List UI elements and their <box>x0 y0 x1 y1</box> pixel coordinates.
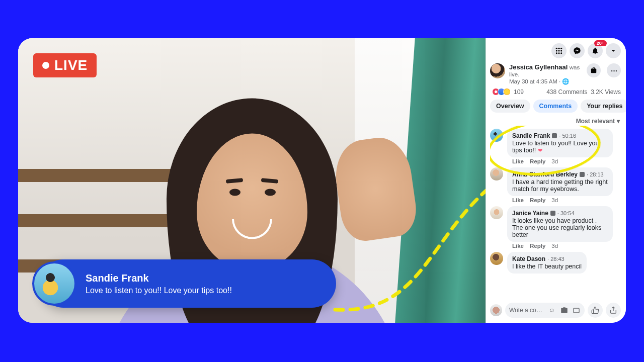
comment-reply[interactable]: Reply <box>530 158 545 164</box>
account-menu-icon[interactable] <box>606 43 621 58</box>
tab-overview[interactable]: Overview <box>490 100 530 113</box>
comment-age: 3d <box>551 197 558 203</box>
svg-point-1 <box>558 48 559 49</box>
author-avatar[interactable] <box>490 63 505 78</box>
post-stats: 109 438 Comments 3.2K Views <box>490 88 621 96</box>
reaction-count: 109 <box>514 88 524 96</box>
comment-item: Sandie Frank · 50:16 Love to listen to y… <box>490 129 621 164</box>
overlay-comment-text: Love to listen to you!! Love your tips t… <box>86 286 232 295</box>
comment-count[interactable]: 438 Comments <box>546 88 587 96</box>
heart-icon: ❤ <box>538 147 542 153</box>
tag-product-button[interactable] <box>587 63 601 77</box>
notifications-icon[interactable]: 20+ <box>588 43 603 58</box>
comment-item: Janice Yaine · 30:54 It looks like you h… <box>490 206 621 249</box>
comment-bubble[interactable]: Sandie Frank · 50:16 Love to listen to y… <box>507 129 613 157</box>
svg-point-0 <box>556 48 557 49</box>
comment-composer: Write a co… ☺ <box>490 299 621 318</box>
gif-icon[interactable] <box>572 306 581 315</box>
post-author: Jessica Gyllenhaal was live. May 30 at 4… <box>490 63 621 85</box>
comment-age: 3d <box>551 243 558 249</box>
tab-comments[interactable]: Comments <box>533 100 578 113</box>
svg-rect-9 <box>573 308 579 313</box>
sort-label: Most relevant <box>576 118 615 125</box>
video-timestamp: 30:54 <box>560 210 575 216</box>
comment-reply[interactable]: Reply <box>530 197 545 203</box>
commenter-name: Anna-Stanford Berkley <box>512 171 578 178</box>
emoji-icon[interactable]: ☺ <box>547 306 556 315</box>
comment-bubble[interactable]: Kate Dason · 28:43 I like the IT beauty … <box>507 252 587 274</box>
comment-bubble[interactable]: Anna-Stanford Berkley · 28:13 I have a h… <box>507 167 613 196</box>
comment-reply[interactable]: Reply <box>530 243 545 249</box>
tab-your-replies[interactable]: Your replies <box>581 100 626 113</box>
chevron-down-icon: ▾ <box>617 118 620 125</box>
svg-point-6 <box>556 52 557 54</box>
svg-point-5 <box>560 50 562 51</box>
video-timestamp: 28:43 <box>550 256 565 262</box>
reactions[interactable]: 109 <box>490 88 524 96</box>
post-more-button[interactable]: ⋯ <box>607 63 621 77</box>
sidebar: 20+ Jessica Gyllenhaal was live. May 30 … <box>486 38 626 323</box>
comment-input[interactable]: Write a co… ☺ <box>505 303 585 318</box>
commenter-avatar[interactable] <box>490 252 503 265</box>
comment-like[interactable]: Like <box>512 197 524 203</box>
commenter-avatar[interactable] <box>490 206 503 219</box>
notif-badge: 20+ <box>594 40 607 46</box>
topbar-icons: 20+ <box>490 43 621 58</box>
svg-point-3 <box>556 50 557 51</box>
comment-text: Love to listen to you!! Love your tips t… <box>512 140 601 154</box>
like-button[interactable] <box>588 303 603 318</box>
tabs: Overview Comments Your replies › <box>490 100 621 113</box>
comment-sort[interactable]: Most relevant ▾ <box>491 118 620 125</box>
author-name[interactable]: Jessica Gyllenhaal <box>509 63 568 71</box>
comment-text: I like the IT beauty pencil <box>512 263 582 270</box>
presenter-figure <box>197 134 307 269</box>
globe-icon: 🌐 <box>562 78 569 84</box>
live-video[interactable]: LIVE Sandie Frank Love to listen to you!… <box>18 38 486 323</box>
comment-age: 3d <box>551 158 558 164</box>
svg-point-7 <box>558 52 559 54</box>
comment-like[interactable]: Like <box>512 158 524 164</box>
live-dot-icon <box>42 62 49 69</box>
post-timestamp: May 30 at 4:35 AM <box>509 78 557 84</box>
commenter-avatar[interactable] <box>490 129 503 142</box>
commenter-name: Janice Yaine <box>512 210 548 217</box>
comment-text: I have a hard time getting the right mat… <box>512 178 608 193</box>
live-badge: LIVE <box>33 53 97 77</box>
overlay-commenter-name: Sandie Frank <box>86 273 232 284</box>
commenter-name: Kate Dason <box>512 255 545 262</box>
live-badge-text: LIVE <box>54 57 88 73</box>
camera-icon[interactable] <box>559 306 569 315</box>
overlay-comment: Sandie Frank Love to listen to you!! Lov… <box>39 259 336 308</box>
video-timestamp: 28:13 <box>590 171 604 177</box>
messenger-icon[interactable] <box>570 43 585 58</box>
commenter-name: Sandie Frank <box>512 132 550 139</box>
haha-reaction-icon <box>503 88 511 96</box>
comment-item: Kate Dason · 28:43 I like the IT beauty … <box>490 252 621 274</box>
comment-bubble[interactable]: Janice Yaine · 30:54 It looks like you h… <box>507 206 613 242</box>
comment-placeholder: Write a co… <box>509 307 542 314</box>
follower-badge-icon <box>580 172 585 177</box>
share-button[interactable] <box>606 303 621 318</box>
svg-point-8 <box>560 52 562 54</box>
comment-like[interactable]: Like <box>512 243 524 249</box>
video-timestamp: 50:16 <box>562 133 576 139</box>
follower-badge-icon <box>552 133 557 138</box>
follower-badge-icon <box>550 211 555 216</box>
svg-point-4 <box>558 50 559 51</box>
apps-icon[interactable] <box>551 43 567 58</box>
commenter-avatar[interactable] <box>490 167 503 180</box>
comments-list: Sandie Frank · 50:16 Love to listen to y… <box>490 126 621 299</box>
overlay-avatar <box>32 261 76 306</box>
svg-point-2 <box>560 48 562 49</box>
view-count: 3.2K Views <box>591 88 621 96</box>
app-card: LIVE Sandie Frank Love to listen to you!… <box>18 38 626 323</box>
my-avatar[interactable] <box>490 304 502 316</box>
comment-text: It looks like you have product . The one… <box>512 217 608 238</box>
comment-item: Anna-Stanford Berkley · 28:13 I have a h… <box>490 167 621 203</box>
